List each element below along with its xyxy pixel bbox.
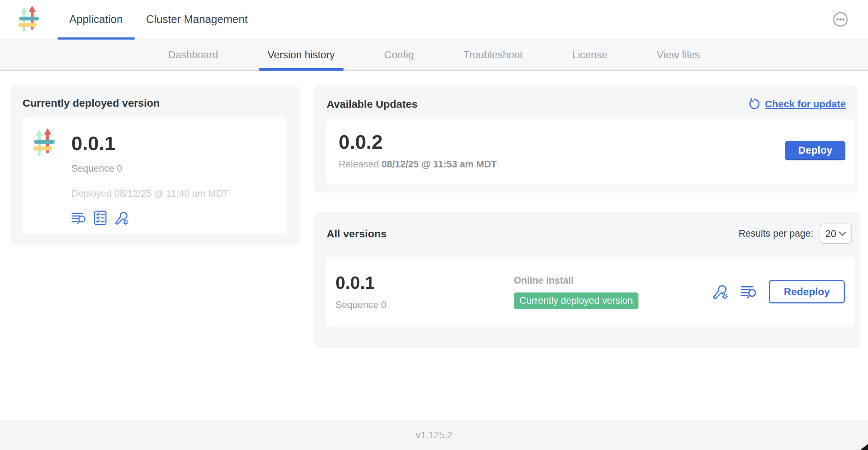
deployed-version-number: 0.0.1	[71, 134, 229, 153]
config-icon[interactable]	[114, 211, 129, 225]
deployed-card-title: Currently deployed version	[23, 97, 288, 109]
all-versions-title: All versions	[327, 228, 387, 240]
currently-deployed-card: Currently deployed version 0.0.1 Sequenc…	[11, 85, 299, 245]
subnav-item-dashboard[interactable]: Dashboard	[159, 40, 227, 70]
available-updates-title: Available Updates	[327, 98, 417, 110]
subnav-version-history-label: Version history	[268, 49, 335, 61]
tab-application-label: Application	[69, 13, 123, 26]
console-version: v1.125.2	[416, 430, 452, 441]
available-update-row: 0.0.2 Released 08/12/25 @ 11:53 am MDT D…	[326, 119, 855, 184]
release-notes-icon[interactable]	[71, 212, 86, 224]
subnav-license-label: License	[572, 49, 607, 61]
released-label: Released	[339, 159, 379, 170]
preflight-checks-icon[interactable]	[94, 211, 107, 225]
check-for-update-label: Check for update	[765, 99, 846, 110]
chevron-down-icon	[839, 231, 846, 236]
tab-application[interactable]: Application	[58, 0, 135, 39]
currently-deployed-badge: Currently deployed version	[514, 292, 638, 309]
page-footer: v1.125.2	[0, 420, 868, 450]
all-versions-card: All versions Results per page: 20 0.0.1 …	[314, 212, 860, 348]
app-logo-icon	[18, 6, 40, 33]
subnav-view-files-label: View files	[657, 49, 700, 61]
deployed-timestamp: Deployed 08/12/25 @ 11:40 am MDT	[71, 188, 229, 199]
subnav-dashboard-label: Dashboard	[168, 49, 218, 61]
subnav-item-license[interactable]: License	[563, 40, 616, 70]
subnav-troubleshoot-label: Troubleshoot	[463, 49, 523, 61]
top-bar: Application Cluster Management	[0, 0, 868, 40]
app-logo-icon	[33, 127, 55, 158]
results-per-page-select[interactable]: 20	[820, 224, 852, 244]
subnav-item-version-history[interactable]: Version history	[259, 40, 344, 70]
redeploy-button[interactable]: Redeploy	[769, 280, 845, 303]
available-updates-card: Available Updates Check for update 0.0.2…	[314, 85, 857, 193]
version-row: 0.0.1 Sequence 0 Online Install Currentl…	[326, 257, 855, 327]
tab-cluster-management[interactable]: Cluster Management	[135, 0, 260, 39]
row-version-number: 0.0.1	[335, 274, 514, 292]
more-menu-button[interactable]	[833, 12, 848, 27]
refresh-icon	[747, 97, 761, 111]
release-notes-icon[interactable]	[741, 285, 757, 299]
subnav-config-label: Config	[384, 49, 414, 61]
deployed-sequence: Sequence 0	[71, 163, 229, 174]
install-type-label: Online Install	[514, 275, 638, 286]
results-per-page-label: Results per page:	[738, 228, 813, 239]
check-for-update-link[interactable]: Check for update	[747, 97, 846, 111]
deploy-button[interactable]: Deploy	[785, 141, 845, 159]
results-per-page-value: 20	[825, 228, 836, 239]
app-logo	[0, 0, 58, 39]
subnav-item-troubleshoot[interactable]: Troubleshoot	[454, 40, 531, 70]
app-subnav: Dashboard Version history Config Trouble…	[0, 40, 868, 71]
tab-cluster-management-label: Cluster Management	[146, 13, 248, 26]
update-version-number: 0.0.2	[339, 132, 497, 152]
subnav-item-config[interactable]: Config	[375, 40, 423, 70]
deployed-version-panel: 0.0.1 Sequence 0 Deployed 08/12/25 @ 11:…	[23, 117, 287, 233]
update-released-line: Released 08/12/25 @ 11:53 am MDT	[339, 159, 497, 170]
top-tabs: Application Cluster Management	[58, 0, 259, 39]
subnav-item-view-files[interactable]: View files	[648, 40, 709, 70]
config-icon[interactable]	[712, 284, 729, 300]
version-history-page: Application Cluster Management Dashboard…	[0, 0, 868, 450]
released-timestamp: 08/12/25 @ 11:53 am MDT	[382, 159, 497, 170]
ellipsis-circle-icon	[833, 12, 848, 27]
row-sequence: Sequence 0	[335, 300, 514, 310]
